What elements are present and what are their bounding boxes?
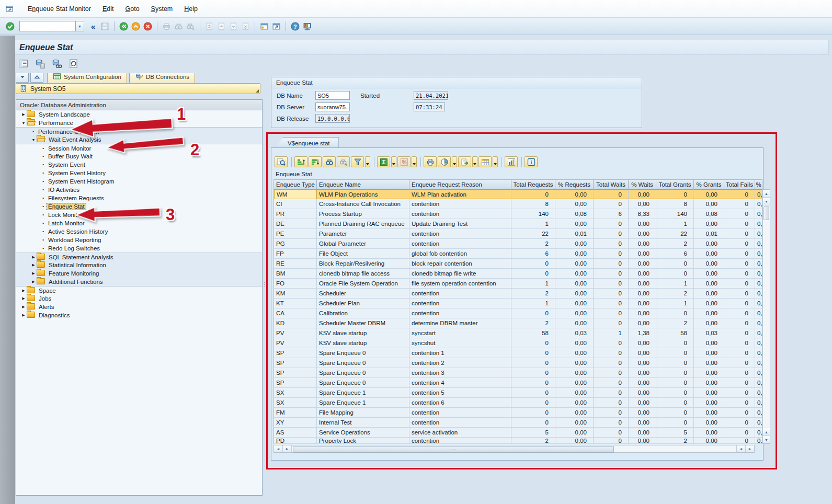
table-cell[interactable]: 0,00 [555,299,594,308]
table-cell[interactable]: Planned Draining RAC enqueue [317,219,409,229]
tab-venqueue-stat[interactable]: V$enqueue stat [276,137,339,148]
table-cell[interactable]: KM [274,289,317,299]
tree-item-additional-functions[interactable]: ▶Additional Functions [16,278,262,286]
table-cell[interactable]: SP [274,378,317,388]
chevron-right-icon[interactable]: ▶ [20,305,27,309]
find-next-button[interactable] [337,156,350,167]
table-cell[interactable]: 0 [594,239,629,249]
table-cell[interactable]: Spare Enqueue 0 [317,368,409,378]
table-cell[interactable]: 0 [656,189,694,199]
table-cell[interactable]: 5 [656,428,694,438]
table-cell[interactable]: 6 [594,209,629,219]
table-cell[interactable]: 0 [511,269,555,279]
table-cell[interactable]: RE [274,259,317,269]
session-menu-icon[interactable] [4,4,15,14]
table-cell[interactable]: 0 [724,418,755,428]
table-cell[interactable]: FP [274,249,317,259]
table-cell[interactable]: 0,00 [555,358,594,368]
table-cell[interactable]: 0 [594,318,629,328]
table-cell[interactable]: 2 [656,438,694,444]
table-cell[interactable]: 2 [511,239,555,249]
table-cell[interactable]: 0,00 [555,269,594,279]
table-cell[interactable]: contention [409,308,511,318]
table-cell[interactable]: 0,00 [629,189,656,199]
table-cell[interactable]: 0 [724,438,755,444]
tree-item-filesystem-requests[interactable]: ·Filesystem Requests [16,194,262,202]
table-cell[interactable]: 0,00 [629,269,656,279]
table-cell[interactable]: 0,00 [694,398,724,408]
table-cell[interactable]: syncshut [409,338,511,348]
table-cell[interactable]: contention [409,438,511,444]
table-cell[interactable]: DE [274,219,317,229]
table-cell[interactable]: Property Lock [317,438,409,444]
tree-item-space[interactable]: ▶Space [16,286,262,294]
table-cell[interactable]: Service Operations [317,428,409,438]
horizontal-scroll-track[interactable]: ··· [292,445,736,452]
create-shortcut-button[interactable] [270,20,282,32]
table-cell[interactable]: 0,00 [555,219,594,229]
table-cell[interactable]: contention [409,418,511,428]
table-cell[interactable]: SP [274,368,317,378]
menu-enqueue-stat-monitor[interactable]: Enqueue Stat Monitor [22,4,97,14]
table-cell[interactable]: 0,01 [694,229,724,239]
chevron-right-icon[interactable]: ▶ [20,112,27,117]
find-button[interactable] [173,20,185,32]
table-cell[interactable]: 0,00 [694,378,724,388]
table-cell[interactable]: 0,00 [629,378,656,388]
table-cell[interactable]: Scheduler [317,289,409,299]
table-cell[interactable]: contention 4 [409,378,511,388]
table-cell[interactable]: 0 [656,408,694,418]
table-cell[interactable]: 0,00 [694,318,724,328]
export-button-dropdown[interactable] [472,156,477,167]
table-cell[interactable]: 0 [594,348,629,358]
table-cell[interactable]: 0 [511,418,555,428]
table-cell[interactable]: 0 [594,249,629,259]
details-button[interactable] [275,156,288,167]
table-cell[interactable]: XY [274,418,317,428]
table-cell[interactable]: 8 [656,199,694,209]
table-cell[interactable]: PE [274,229,317,239]
table-cell[interactable]: 0,00 [755,289,762,299]
table-cell[interactable]: 0,00 [555,388,594,398]
table-cell[interactable]: 0,00 [694,308,724,318]
table-cell[interactable]: 0 [656,418,694,428]
table-cell[interactable]: PD [274,438,317,444]
table-cell[interactable]: 0,00 [755,299,762,308]
table-cell[interactable]: service activation [409,428,511,438]
table-cell[interactable]: 0 [594,308,629,318]
table-cell[interactable]: KSV slave startup [317,338,409,348]
table-cell[interactable]: CI [274,199,317,209]
table-cell[interactable]: 0,00 [555,289,594,299]
table-cell[interactable]: 0,00 [629,398,656,408]
table-cell[interactable]: 1 [511,219,555,229]
table-cell[interactable]: 1 [656,299,694,308]
table-cell[interactable]: 0,00 [629,229,656,239]
table-cell[interactable]: 0 [724,308,755,318]
horizontal-scrollbar[interactable]: ◄ ► ··· ◄ ► [273,445,755,453]
table-cell[interactable]: 1,38 [629,328,656,338]
table-cell[interactable]: 0,00 [694,189,724,199]
table-cell[interactable]: SP [274,348,317,358]
menu-system[interactable]: System [145,4,179,14]
table-cell[interactable]: Process Startup [317,209,409,219]
table-cell[interactable]: Cross-Instance Call Invocation [317,199,409,209]
table-cell[interactable]: contention [409,239,511,249]
table-cell[interactable]: 0 [594,388,629,398]
table-cell[interactable]: 0 [724,259,755,269]
table-cell[interactable]: 0,00 [694,388,724,398]
tree-item-feature-monitoring[interactable]: ▶Feature Monitoring [16,269,262,278]
table-cell[interactable]: SX [274,398,317,408]
table-cell[interactable]: 0 [656,368,694,378]
table-cell[interactable]: 0 [594,299,629,308]
tree-item-workload-reporting[interactable]: ·Workload Reporting [16,236,262,244]
table-cell[interactable]: contention 5 [409,388,511,398]
legend-button[interactable] [17,58,30,70]
next-page-button[interactable] [227,20,240,32]
table-cell[interactable]: FO [274,279,317,289]
table-cell[interactable]: 0,00 [555,199,594,209]
table-cell[interactable]: 0 [656,378,694,388]
db-server-field[interactable]: suoranw75... [315,102,350,111]
table-cell[interactable]: 0,00 [629,299,656,308]
tree-item-redo-log-switches[interactable]: ·Redo Log Switches [16,244,262,253]
table-cell[interactable]: SP [274,358,317,368]
